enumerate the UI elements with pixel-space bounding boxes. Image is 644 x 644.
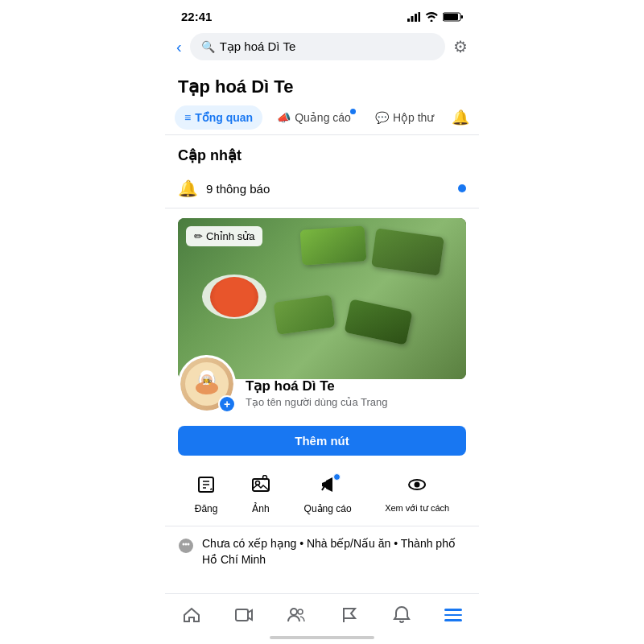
status-bar: 22:41 xyxy=(165,0,479,28)
nav-friends[interactable] xyxy=(277,602,316,628)
action-quang-cao[interactable]: Quảng cáo xyxy=(304,475,352,514)
quang-cao-icon: 📣 xyxy=(277,111,291,124)
menu-line-2 xyxy=(444,614,462,617)
quang-cao-action-label: Quảng cáo xyxy=(304,503,352,514)
status-time: 22:41 xyxy=(181,10,212,23)
dang-label: Đăng xyxy=(195,503,218,514)
hop-thu-label: Hộp thư xyxy=(393,111,434,124)
svg-point-30 xyxy=(298,609,303,614)
search-input-wrap[interactable]: 🔍 Tạp hoá Dì Te xyxy=(190,33,445,60)
xem-label: Xem với tư cách xyxy=(385,503,449,514)
info-text: Chưa có xếp hạng • Nhà bếp/Nấu ăn • Thàn… xyxy=(202,536,466,568)
battery-icon xyxy=(443,12,463,22)
svg-rect-1 xyxy=(411,16,414,22)
notif-left: 🔔 9 thông báo xyxy=(178,179,270,198)
search-icon: 🔍 xyxy=(201,40,215,53)
flag-icon xyxy=(340,605,359,625)
svg-rect-0 xyxy=(407,19,410,22)
quang-cao-action-dot xyxy=(333,473,341,481)
notif-text: 9 thông báo xyxy=(206,182,270,196)
svg-point-23 xyxy=(415,482,420,488)
anh-label: Ảnh xyxy=(252,503,269,514)
page-title: Tạp hoá Dì Te xyxy=(178,76,466,97)
nav-menu[interactable] xyxy=(435,605,472,625)
menu-line-3 xyxy=(444,619,462,621)
svg-rect-5 xyxy=(444,14,458,20)
info-icon xyxy=(178,538,194,558)
profile-name: Tạp hoá Dì Te xyxy=(246,378,388,394)
nav-home[interactable] xyxy=(172,602,211,628)
avatar-add-button[interactable]: + xyxy=(218,395,236,413)
profile-info: Tạp hoá Dì Te Tạo tên người dùng của Tra… xyxy=(246,378,388,413)
avatar-wrap: 👩‍🍳 + xyxy=(178,355,236,413)
quang-cao-label: Quảng cáo xyxy=(295,111,351,124)
tong-quan-label: Tổng quan xyxy=(195,111,253,124)
video-icon xyxy=(234,605,254,625)
svg-point-19 xyxy=(263,476,267,480)
svg-rect-6 xyxy=(461,15,464,19)
edit-cover-button[interactable]: ✏ Chỉnh sửa xyxy=(186,226,262,246)
xem-icon xyxy=(407,475,427,494)
status-icons xyxy=(407,12,463,22)
dang-icon xyxy=(196,475,216,494)
back-button[interactable]: ‹ xyxy=(176,38,182,56)
action-anh[interactable]: Ảnh xyxy=(251,475,270,514)
cap-nhat-header: Cập nhật xyxy=(165,135,479,171)
notification-row[interactable]: 🔔 9 thông báo xyxy=(165,171,479,208)
notif-bell-icon: 🔔 xyxy=(178,179,198,198)
xem-icon-wrap xyxy=(407,475,427,499)
action-row: Đăng Ảnh xyxy=(165,467,479,526)
svg-point-25 xyxy=(183,543,185,546)
svg-rect-2 xyxy=(415,14,417,22)
svg-line-21 xyxy=(322,486,324,490)
search-bar: ‹ 🔍 Tạp hoá Dì Te ⚙ xyxy=(165,28,479,68)
signal-icon xyxy=(407,12,420,22)
menu-icon xyxy=(444,609,462,621)
bell-nav-icon xyxy=(392,605,411,625)
nav-video[interactable] xyxy=(225,602,263,628)
settings-button[interactable]: ⚙ xyxy=(453,37,468,56)
svg-rect-17 xyxy=(253,479,269,491)
home-indicator xyxy=(270,636,374,639)
friends-icon xyxy=(287,605,306,625)
hop-thu-icon: 💬 xyxy=(375,111,389,124)
add-button[interactable]: Thêm nút xyxy=(178,426,466,456)
notif-indicator-dot xyxy=(458,184,466,192)
info-row: Chưa có xếp hạng • Nhà bếp/Nấu ăn • Thàn… xyxy=(165,526,479,577)
bottom-nav xyxy=(165,593,479,642)
tab-quang-cao[interactable]: 📣 Quảng cáo xyxy=(267,105,361,130)
action-dang[interactable]: Đăng xyxy=(195,475,218,514)
svg-point-24 xyxy=(179,539,193,553)
tab-tong-quan[interactable]: ≡ Tổng quan xyxy=(175,105,262,130)
svg-point-27 xyxy=(188,543,190,546)
tong-quan-icon: ≡ xyxy=(184,111,191,124)
quang-cao-icon-wrap xyxy=(318,475,337,499)
dang-icon-wrap xyxy=(196,475,216,499)
wifi-icon xyxy=(425,12,438,22)
svg-rect-28 xyxy=(236,609,248,621)
edit-label: Chỉnh sửa xyxy=(206,230,254,242)
nav-bell[interactable] xyxy=(382,602,421,628)
svg-rect-3 xyxy=(419,12,421,22)
tab-bar: ≡ Tổng quan 📣 Quảng cáo 💬 Hộp thư 🔔 xyxy=(165,101,479,135)
quang-cao-dot xyxy=(350,109,356,114)
nav-flag[interactable] xyxy=(330,602,369,628)
action-xem[interactable]: Xem với tư cách xyxy=(385,475,449,514)
svg-point-29 xyxy=(291,609,297,615)
menu-line-1 xyxy=(444,609,462,611)
search-text: Tạp hoá Dì Te xyxy=(220,39,296,54)
edit-pencil-icon: ✏ xyxy=(194,230,203,242)
anh-icon xyxy=(251,475,270,494)
page-title-section: Tạp hoá Dì Te xyxy=(165,68,479,101)
home-icon xyxy=(182,605,201,625)
svg-point-26 xyxy=(185,543,188,546)
svg-text:👩‍🍳: 👩‍🍳 xyxy=(202,375,213,386)
profile-sub: Tạo tên người dùng của Trang xyxy=(246,396,388,408)
bell-tab[interactable]: 🔔 xyxy=(452,109,469,126)
chat-icon xyxy=(178,538,194,554)
anh-icon-wrap xyxy=(251,475,270,499)
tab-hop-thu[interactable]: 💬 Hộp thư xyxy=(365,105,444,130)
